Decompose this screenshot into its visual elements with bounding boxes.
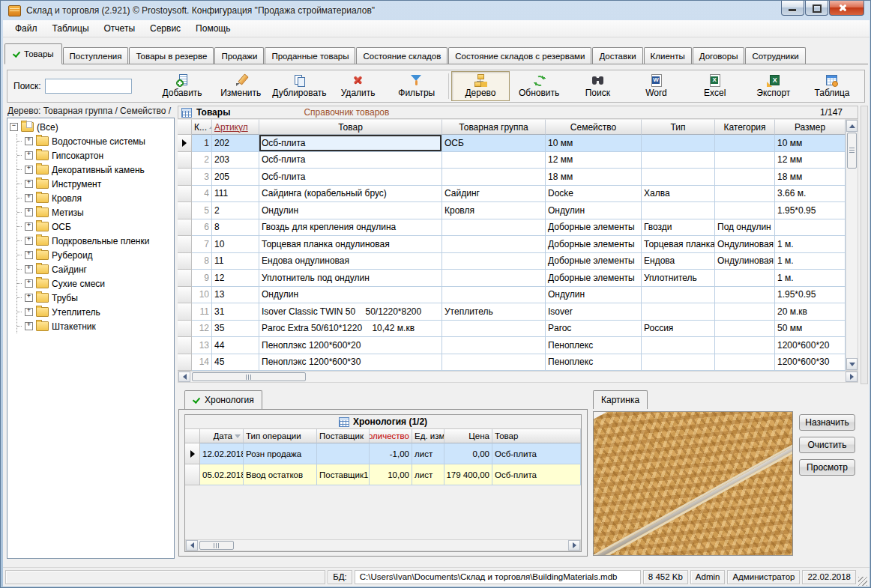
table-row[interactable]: 1202Осб-плитаОСБ10 мм10 мм (178, 135, 846, 152)
tree-item-Подкровельные пленки[interactable]: +Подкровельные пленки (17, 234, 174, 248)
menu-item-Таблицы[interactable]: Таблицы (45, 21, 97, 36)
tree-item-Трубы[interactable]: +Трубы (17, 291, 174, 305)
tab-chronology[interactable]: Хронология (184, 390, 262, 409)
scroll-thumb[interactable] (192, 372, 306, 381)
menu-item-Отчеты[interactable]: Отчеты (97, 21, 142, 36)
table-row[interactable]: 4111Сайдинга (корабельный брус)СайдингDo… (178, 186, 846, 203)
view-image-button[interactable]: Просмотр (799, 459, 855, 476)
expand-icon[interactable]: + (25, 137, 33, 145)
tab-Продажи[interactable]: Продажи (214, 47, 264, 64)
tab-Проданные товары[interactable]: Проданные товары (265, 47, 355, 64)
column-header-Размер[interactable]: Размер (775, 119, 846, 135)
table-row[interactable]: 912Уплотнитель под ондулинДоборные элеме… (178, 270, 846, 287)
scroll-thumb[interactable] (199, 541, 234, 550)
tab-picture[interactable]: Картинка (593, 390, 648, 409)
tab-Сотрудники[interactable]: Сотрудники (745, 47, 805, 64)
toolbar-button-Фильтры[interactable]: Фильтры (388, 71, 446, 101)
tree-item-Кровля[interactable]: +Кровля (17, 191, 174, 205)
scroll-down-button[interactable] (846, 358, 858, 370)
maximize-button[interactable] (805, 1, 828, 16)
toolbar-button-Экспорт[interactable]: Экспорт (744, 71, 803, 101)
minimize-button[interactable] (781, 1, 804, 16)
expand-icon[interactable]: + (25, 279, 33, 288)
expand-icon[interactable]: + (25, 251, 33, 259)
table-row[interactable]: 1131Isover Classic TWIN 50 50/1220*8200У… (178, 303, 846, 321)
collapse-icon[interactable]: − (10, 123, 18, 131)
close-button[interactable] (829, 1, 864, 16)
table-row[interactable]: 52ОндулинКровляОндулин1.95*0.95 (178, 202, 846, 219)
toolbar-button-Обновить[interactable]: Обновить (510, 71, 568, 101)
tab-Товары[interactable]: Товары (4, 43, 62, 64)
expand-icon[interactable]: + (25, 151, 33, 160)
table-row[interactable]: 1445Пеноплэкс 1200*600*30Пеноплекс1200*6… (178, 354, 846, 372)
tree-item-root[interactable]: −(Все) (10, 120, 174, 134)
column-header-Тип операции[interactable]: Тип операции (244, 429, 317, 443)
title-bar[interactable]: Склад и торговля (2.921) © Prostoysoft. … (1, 1, 870, 20)
tree-item-ОСБ[interactable]: +ОСБ (17, 219, 174, 234)
column-header-Поставщик[interactable]: Поставщик (317, 429, 370, 443)
expand-icon[interactable]: + (25, 322, 33, 330)
expand-icon[interactable]: + (25, 237, 33, 245)
toolbar-button-Excel[interactable]: Excel (686, 71, 744, 101)
column-header-Категория[interactable]: Категория (715, 119, 775, 135)
column-header-К...[interactable]: К... (192, 119, 212, 135)
toolbar-button-Дерево[interactable]: Дерево (451, 71, 510, 101)
scroll-left-button[interactable] (186, 540, 198, 551)
tree-item-Декоративный камень[interactable]: +Декоративный камень (17, 163, 174, 177)
table-row[interactable]: 1344Пеноплэкс 1200*600*20Пеноплекс1200*6… (178, 337, 846, 354)
products-horizontal-scrollbar[interactable] (178, 371, 858, 383)
tree-item-Метизы[interactable]: +Метизы (17, 205, 174, 219)
expand-icon[interactable]: + (25, 180, 33, 188)
scroll-right-button[interactable] (568, 540, 580, 551)
tab-Доставки[interactable]: Доставки (592, 47, 642, 64)
resize-grip[interactable] (858, 577, 867, 586)
tree-item-Штакетник[interactable]: +Штакетник (17, 319, 174, 333)
tree-item-Сухие смеси[interactable]: +Сухие смеси (17, 276, 174, 291)
tree-item-Рубероид[interactable]: +Рубероид (17, 248, 174, 262)
scroll-up-button[interactable] (846, 120, 858, 132)
table-row[interactable]: 710Торцевая планка ондулиноваяДоборные э… (178, 236, 846, 253)
tree-item-Сайдинг[interactable]: +Сайдинг (17, 262, 174, 276)
tab-Состояние складов[interactable]: Состояние складов (356, 47, 447, 64)
column-header-Тип[interactable]: Тип (642, 119, 715, 135)
toolbar-button-Word[interactable]: Word (627, 71, 685, 101)
scroll-track[interactable] (307, 372, 846, 382)
toolbar-button-Добавить[interactable]: Добавить (153, 71, 211, 101)
tree-item-Гипсокартон[interactable]: +Гипсокартон (17, 148, 174, 163)
column-header-Дата[interactable]: Дата (200, 429, 244, 443)
toolbar-button-Поиск[interactable]: Поиск (568, 71, 627, 101)
tree-item-Инструмент[interactable]: +Инструмент (17, 177, 174, 191)
menu-item-Помощь[interactable]: Помощь (188, 21, 238, 36)
search-input[interactable] (45, 79, 132, 94)
tree-item-Водосточные системы[interactable]: +Водосточные системы (17, 134, 174, 148)
menu-item-Файл[interactable]: Файл (7, 21, 45, 36)
scroll-track[interactable] (846, 169, 858, 358)
scroll-thumb[interactable] (847, 133, 857, 169)
table-row[interactable]: 1013ОндулинОндулин1.95*0.95 (178, 287, 846, 304)
history-row[interactable]: 05.02.2018Ввод остатковПоставщик110,00ли… (185, 464, 581, 485)
products-vertical-scrollbar[interactable] (846, 119, 858, 371)
column-header-Количество[interactable]: Количество (370, 429, 412, 443)
column-header-Семейство[interactable]: Семейство (546, 119, 642, 135)
expand-icon[interactable]: + (25, 208, 33, 216)
clear-image-button[interactable]: Очистить (799, 437, 855, 453)
toolbar-button-Изменить[interactable]: Изменить (211, 71, 270, 101)
table-row[interactable]: 2203Осб-плита12 мм12 мм (178, 152, 846, 169)
history-row[interactable]: 12.02.2018Розн продажа-1,00лист0,00Осб-п… (185, 443, 581, 464)
toolbar-button-Дублировать[interactable]: Дублировать (270, 71, 328, 101)
tab-Клиенты[interactable]: Клиенты (644, 47, 692, 64)
expand-icon[interactable]: + (25, 166, 33, 174)
expand-icon[interactable]: + (25, 294, 33, 302)
scroll-left-button[interactable] (178, 372, 190, 382)
toolbar-button-Таблица[interactable]: Таблица (803, 71, 861, 101)
tab-Поступления[interactable]: Поступления (63, 47, 129, 64)
tab-Товары в резерве[interactable]: Товары в резерве (129, 47, 214, 64)
column-header-Цена[interactable]: Цена (444, 429, 492, 443)
column-header-Ед. изм.[interactable]: Ед. изм. (412, 429, 444, 443)
column-header-Товарная группа[interactable]: Товарная группа (442, 119, 546, 135)
tab-Состояние складов с резервами[interactable]: Состояние складов с резервами (448, 47, 591, 64)
chronology-horizontal-scrollbar[interactable] (185, 539, 581, 551)
tree-item-Утеплитель[interactable]: +Утеплитель (17, 305, 174, 319)
expand-icon[interactable]: + (25, 194, 33, 202)
column-header-Артикул[interactable]: Артикул (212, 119, 259, 135)
